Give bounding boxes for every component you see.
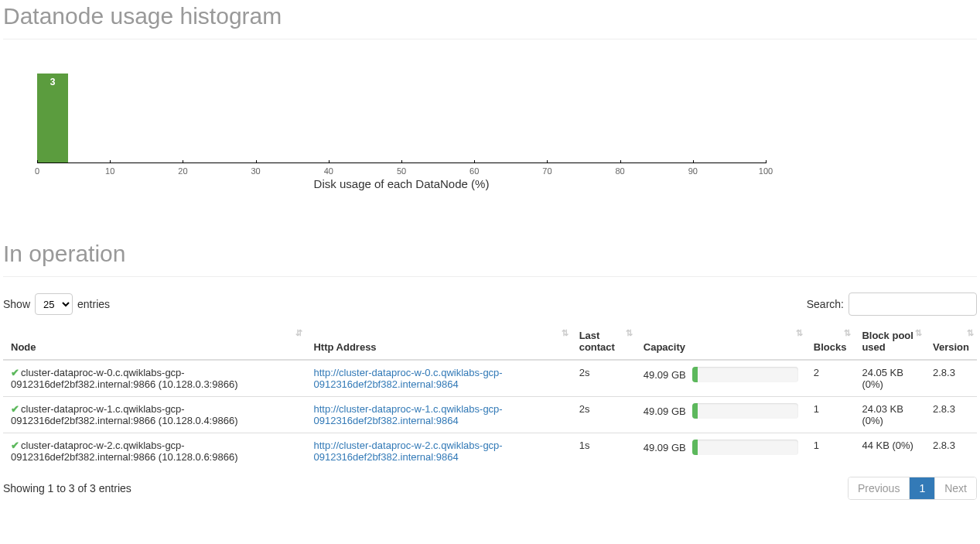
check-icon: ✔ — [11, 367, 19, 378]
search-input[interactable] — [849, 293, 977, 316]
cell-pool: 24.03 KB (0%) — [854, 397, 925, 433]
x-axis-label: Disk usage of each DataNode (%) — [37, 177, 766, 190]
x-tick-label: 80 — [615, 166, 624, 176]
divider — [3, 39, 977, 39]
check-icon: ✔ — [11, 403, 19, 415]
search-label: Search: — [807, 298, 844, 310]
cell-last: 2s — [572, 360, 636, 397]
show-label-post: entries — [77, 298, 110, 310]
sort-icon: ⇅ — [844, 328, 849, 338]
entries-select[interactable]: 25 — [35, 293, 73, 315]
cell-node: ✔cluster-dataproc-w-0.c.qwiklabs-gcp-091… — [3, 360, 306, 397]
x-tick-label: 100 — [759, 166, 773, 176]
histogram-chart: 3 0102030405060708090100 Disk usage of e… — [19, 55, 961, 210]
sort-icon: ⇅ — [967, 328, 972, 338]
histogram-title: Datanode usage histogram — [3, 3, 977, 29]
sort-icon: ⇅ — [562, 328, 567, 338]
col-node[interactable]: ⇵Node — [3, 323, 306, 360]
x-tick-label: 50 — [397, 166, 406, 176]
x-tick-label: 20 — [178, 166, 187, 176]
col-capacity[interactable]: ⇅Capacity — [636, 323, 806, 360]
cell-capacity: 49.09 GB — [636, 360, 806, 397]
cell-version: 2.8.3 — [925, 397, 977, 433]
prev-button[interactable]: Previous — [849, 477, 909, 499]
x-tick-label: 40 — [324, 166, 333, 176]
col-version[interactable]: ⇅Version — [925, 323, 977, 360]
sort-icon: ⇵ — [295, 328, 301, 338]
capacity-text: 49.09 GB — [644, 405, 686, 417]
datanode-table: ⇵Node ⇅Http Address ⇅Last contact ⇅Capac… — [3, 323, 977, 469]
http-link[interactable]: http://cluster-dataproc-w-0.c.qwiklabs-g… — [313, 367, 502, 390]
sort-icon: ⇅ — [626, 328, 631, 338]
x-tick-label: 60 — [470, 166, 479, 176]
cell-last: 1s — [572, 433, 636, 470]
capacity-progress — [692, 367, 798, 382]
search-control: Search: — [807, 293, 977, 316]
in-operation-title: In operation — [3, 241, 977, 267]
http-link[interactable]: http://cluster-dataproc-w-1.c.qwiklabs-g… — [313, 403, 502, 426]
show-label-pre: Show — [3, 298, 30, 310]
table-info: Showing 1 to 3 of 3 entries — [3, 482, 131, 494]
col-last[interactable]: ⇅Last contact — [572, 323, 636, 360]
x-tick-label: 70 — [542, 166, 551, 176]
sort-icon: ⇅ — [915, 328, 920, 338]
page-1-button[interactable]: 1 — [909, 477, 934, 499]
cell-blocks: 1 — [806, 397, 855, 433]
col-blocks[interactable]: ⇅Blocks — [806, 323, 855, 360]
col-http[interactable]: ⇅Http Address — [306, 323, 571, 360]
table-row: ✔cluster-dataproc-w-2.c.qwiklabs-gcp-091… — [3, 433, 977, 470]
check-icon: ✔ — [11, 440, 19, 451]
x-axis-ticks: 0102030405060708090100 — [37, 163, 766, 174]
sort-icon: ⇅ — [796, 328, 801, 338]
cell-capacity: 49.09 GB — [636, 433, 806, 470]
show-entries-control: Show 25 entries — [3, 293, 110, 315]
cell-blocks: 1 — [806, 433, 855, 470]
cell-node: ✔cluster-dataproc-w-2.c.qwiklabs-gcp-091… — [3, 433, 306, 470]
x-tick-label: 30 — [251, 166, 260, 176]
pagination: Previous 1 Next — [848, 477, 977, 500]
x-tick-label: 0 — [35, 166, 39, 176]
cell-blocks: 2 — [806, 360, 855, 397]
x-tick-label: 10 — [105, 166, 114, 176]
cell-http: http://cluster-dataproc-w-0.c.qwiklabs-g… — [306, 360, 571, 397]
cell-http: http://cluster-dataproc-w-2.c.qwiklabs-g… — [306, 433, 571, 470]
next-button[interactable]: Next — [934, 477, 976, 499]
chart-plot-area: 3 — [37, 55, 766, 163]
table-row: ✔cluster-dataproc-w-0.c.qwiklabs-gcp-091… — [3, 360, 977, 397]
http-link[interactable]: http://cluster-dataproc-w-2.c.qwiklabs-g… — [313, 440, 502, 463]
cell-last: 2s — [572, 397, 636, 433]
histogram-bar: 3 — [37, 74, 68, 163]
col-pool[interactable]: ⇅Block pool used — [854, 323, 925, 360]
cell-pool: 24.05 KB (0%) — [854, 360, 925, 397]
capacity-progress — [692, 440, 798, 455]
cell-http: http://cluster-dataproc-w-1.c.qwiklabs-g… — [306, 397, 571, 433]
cell-node: ✔cluster-dataproc-w-1.c.qwiklabs-gcp-091… — [3, 397, 306, 433]
cell-version: 2.8.3 — [925, 360, 977, 397]
progress-fill — [692, 440, 698, 455]
capacity-text: 49.09 GB — [644, 442, 686, 453]
cell-capacity: 49.09 GB — [636, 397, 806, 433]
x-tick-label: 90 — [688, 166, 698, 176]
capacity-progress — [692, 403, 798, 419]
divider — [3, 276, 977, 277]
progress-fill — [692, 367, 698, 382]
table-row: ✔cluster-dataproc-w-1.c.qwiklabs-gcp-091… — [3, 397, 977, 433]
cell-version: 2.8.3 — [925, 433, 977, 470]
progress-fill — [692, 403, 698, 419]
cell-pool: 44 KB (0%) — [854, 433, 925, 470]
capacity-text: 49.09 GB — [644, 369, 686, 381]
